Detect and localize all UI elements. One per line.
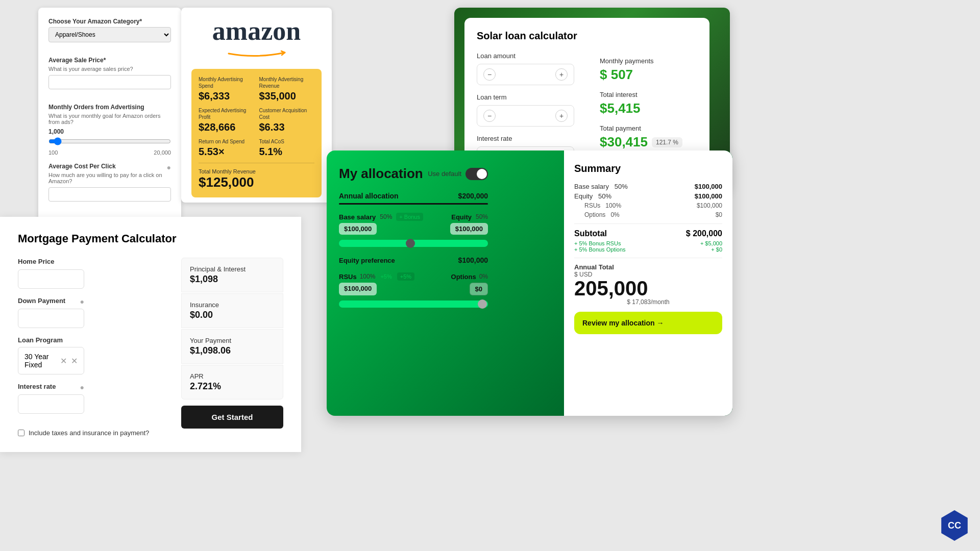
- avg-sale-label: Average Sale Price*: [48, 57, 171, 64]
- loan-term-label: Loan term: [477, 93, 574, 101]
- annual-allocation-row: Annual allocation $200,000: [339, 192, 488, 200]
- interest-rate-field-mortgage: Interest rate ● 4%: [18, 383, 84, 414]
- loan-term-input[interactable]: 60 month(s): [500, 112, 551, 120]
- monthly-ad-spend: Monthly Advertising Spend $6,333: [199, 76, 254, 102]
- amazon-arrow: [191, 47, 322, 62]
- taxes-insurance-checkbox[interactable]: [18, 430, 24, 436]
- your-payment-value: $1,098.06: [190, 345, 275, 356]
- rsu-slider[interactable]: [339, 299, 488, 309]
- monthly-orders-slider[interactable]: [48, 137, 171, 145]
- loan-program-value: 30 Year Fixed: [24, 353, 60, 369]
- avg-cpc-label: Average Cost Per Click: [48, 163, 116, 170]
- avg-sale-input[interactable]: $35: [48, 75, 171, 89]
- rsu-options-values: $100,000 $0: [339, 283, 488, 295]
- allocation-summary: Summary Base salary 50% $100,000 Equity …: [564, 151, 732, 416]
- mortgage-title: Mortgage Payment Calculator: [18, 232, 283, 245]
- apr-card: APR 2.721%: [181, 365, 283, 399]
- category-select[interactable]: Apparel/Shoes: [48, 27, 171, 42]
- interest-rate-input-mortgage[interactable]: 4%: [18, 394, 84, 414]
- apr-value: 2.721%: [190, 381, 275, 392]
- loan-program-label: Loan Program: [18, 336, 84, 344]
- total-payment-badge: 121.7 %: [652, 137, 682, 147]
- subtotal-row: Subtotal $ 200,000: [574, 229, 722, 238]
- loan-program-clear-icon[interactable]: ✕: [60, 356, 67, 366]
- avg-cpc-sublabel: How much are you willing to pay for a cl…: [48, 172, 171, 184]
- use-default-row: Use default: [428, 168, 488, 180]
- principal-interest-value: $1,098: [190, 274, 275, 285]
- base-salary-slider[interactable]: [339, 239, 488, 248]
- down-payment-input[interactable]: $20,000: [18, 309, 84, 328]
- amazon-logo-panel: amazon Monthly Advertising Spend $6,333 …: [181, 8, 332, 203]
- summary-divider2: [574, 258, 722, 258]
- return-ad-spend: Return on Ad Spend 5.53×: [199, 138, 254, 158]
- insurance-card: Insurance $0.00: [181, 293, 283, 328]
- loan-program-chevron-icon[interactable]: ✕: [71, 356, 78, 366]
- avg-cpc-field: Average Cost Per Click ● How much are yo…: [48, 163, 171, 209]
- cc-logo: CC: [939, 510, 970, 541]
- slider-thumb: [406, 239, 415, 248]
- monthly-ad-spend-value: $6,333: [199, 90, 254, 102]
- loan-amount-decrease[interactable]: −: [483, 68, 496, 81]
- allocation-panel: My allocation Use default Annual allocat…: [327, 151, 732, 416]
- interest-rate-label: Interest rate: [477, 135, 574, 142]
- total-acos-value: 5.1%: [259, 146, 315, 158]
- total-interest-label: Total interest: [600, 91, 697, 98]
- summary-divider: [574, 223, 722, 224]
- home-price-label: Home Price: [18, 258, 84, 265]
- equity-preference-row: Equity preference $100,000: [339, 256, 488, 264]
- total-monthly-value: $125,000: [199, 174, 314, 190]
- amazon-wordmark: amazon: [191, 18, 322, 44]
- loan-amount-input[interactable]: $ 25,000: [500, 70, 551, 79]
- amazon-results-box: Monthly Advertising Spend $6,333 Monthly…: [191, 69, 322, 197]
- toggle-dot: [477, 169, 487, 179]
- down-payment-info-icon: ●: [80, 297, 84, 306]
- rsu-thumb: [478, 299, 487, 309]
- expected-profit: Expected Advertising Profit $28,666: [199, 107, 254, 133]
- loan-term-decrease[interactable]: −: [483, 110, 496, 122]
- rsu-track: [339, 300, 488, 308]
- slider-max: 20,000: [154, 149, 171, 156]
- expected-profit-value: $28,666: [199, 121, 254, 133]
- summary-base-row: Base salary 50% $100,000: [574, 183, 722, 190]
- monthly-ad-revenue: Monthly Advertising Revenue $35,000: [259, 76, 315, 102]
- total-payment-label: Total payment: [600, 124, 697, 132]
- loan-amount-field: Loan amount − $ 25,000 +: [477, 52, 574, 85]
- loan-term-increase[interactable]: +: [555, 110, 568, 122]
- customer-acq-value: $6.33: [259, 121, 315, 133]
- monthly-ad-revenue-value: $35,000: [259, 90, 315, 102]
- category-label: Choose Your Amazon Category*: [48, 18, 171, 25]
- loan-term-field: Loan term − 60 month(s) +: [477, 93, 574, 127]
- loan-amount-increase[interactable]: +: [555, 68, 568, 81]
- summary-equity-row: Equity 50% $100,000: [574, 192, 722, 200]
- avg-cpc-info-icon: ●: [167, 163, 171, 171]
- use-default-toggle[interactable]: [465, 168, 488, 180]
- allocation-title: My allocation: [339, 166, 423, 182]
- allocation-controls: My allocation Use default Annual allocat…: [327, 151, 500, 416]
- total-interest-value: $5,415: [600, 101, 697, 116]
- loan-amount-label: Loan amount: [477, 52, 574, 60]
- solar-title: Solar loan calculator: [477, 30, 697, 42]
- avg-sale-field: Average Sale Price* What is your average…: [48, 57, 171, 96]
- bonus-options-row: + 5% Bonus Options + $0: [574, 246, 722, 253]
- your-payment-card: Your Payment $1,098.06: [181, 329, 283, 364]
- home-price-input[interactable]: $250,000: [18, 269, 84, 289]
- avg-sale-sublabel: What is your average sales price?: [48, 66, 171, 72]
- summary-options-sub: Options 0% $0: [584, 211, 722, 218]
- home-price-field: Home Price $250,000: [18, 258, 84, 289]
- monthly-orders-field: Monthly Orders from Advertising What is …: [48, 104, 171, 156]
- total-payment-value: $30,415: [600, 134, 648, 150]
- get-started-button[interactable]: Get Started: [181, 406, 283, 429]
- monthly-value: $ 17,083/month: [574, 298, 722, 306]
- total-acos: Total ACoS 5.1%: [259, 138, 315, 158]
- down-payment-field: Down Payment ● $20,000: [18, 297, 84, 328]
- taxes-insurance-label: Include taxes and insurance in payment?: [29, 429, 149, 437]
- total-monthly-revenue: Total Monthly Revenue $125,000: [199, 168, 314, 190]
- bonus-rsus-row: + 5% Bonus RSUs + $5,000: [574, 240, 722, 246]
- summary-rsus-sub: RSUs 100% $100,000: [584, 202, 722, 209]
- loan-program-field: Loan Program 30 Year Fixed ✕ ✕: [18, 336, 84, 374]
- review-allocation-button[interactable]: Review my allocation →: [574, 312, 722, 334]
- annual-total-row: Annual Total $ USD 205,000 $ 17,083/mont…: [574, 263, 722, 306]
- avg-cpc-input[interactable]: $0.57: [48, 187, 171, 202]
- interest-rate-info-icon: ●: [80, 383, 84, 391]
- down-payment-label: Down Payment: [18, 297, 65, 305]
